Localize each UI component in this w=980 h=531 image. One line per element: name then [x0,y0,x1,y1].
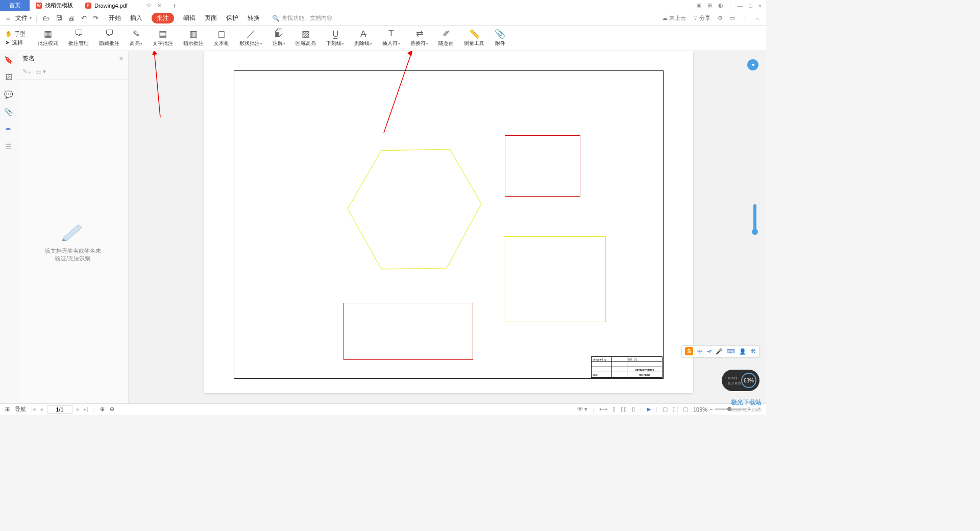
tool-attachment[interactable]: 📎附件 [489,29,510,47]
file-menu[interactable]: 文件▾ [15,14,32,22]
canvas[interactable]: designed byNO. 1/1 company name datefile… [129,51,766,403]
pen-illustration-icon [60,221,86,241]
tool-underline[interactable]: U̲下划线▾ [321,29,349,47]
crop-icon[interactable]: ⬚ [673,406,678,413]
page-input[interactable] [47,405,72,414]
clip-icon[interactable]: 📎 [4,106,13,117]
ime-keyboard-icon[interactable]: ⌨ [727,348,735,355]
tab-page[interactable]: 页面 [205,14,217,22]
user-icon[interactable]: ◐ [718,2,723,9]
window-icon[interactable]: ▭ [730,15,735,21]
redo-icon[interactable]: ↷ [92,14,100,22]
tab-document[interactable]: P Drawing4.pdf ⟲ × [79,0,167,11]
tool-measure[interactable]: 📏测量工具 [459,29,489,47]
bookmark-icon[interactable]: 🔖 [4,54,13,65]
open-icon[interactable]: 🗁 [42,14,51,22]
tab-insert[interactable]: 插入 [130,14,142,22]
tab-edit[interactable]: 编辑 [183,14,195,22]
ime-punct-icon[interactable]: •ꜰ [707,348,712,355]
ime-bar[interactable]: S 中 •ꜰ 🎤 ⌨ 👤 🛠 [681,345,760,357]
full-icon[interactable]: ▢ [683,406,688,413]
signature-icon[interactable]: ✒ [6,124,12,135]
zoom-out-icon[interactable]: − [709,406,713,413]
print-icon[interactable]: 🖨 [67,14,76,22]
save-icon[interactable]: 🖫 [55,14,63,22]
tool-area-highlight[interactable]: ▨区域高亮 [290,29,321,47]
tool-caret[interactable]: T插入符▾ [377,29,405,47]
tool-strikethrough[interactable]: A̶删除线▾ [349,29,377,47]
single-page-icon[interactable]: ▯ [612,406,616,413]
tool-shape-annotate[interactable]: ／形状批注▾ [234,29,267,47]
more-icon[interactable]: ⋮ [742,15,748,21]
first-page-icon[interactable]: |◂ [31,406,36,413]
ribbon: ✋手型 ➤选择 ▦批注模式 🗨批注管理 🗩隐藏批注 ✎高亮▾ ▤文字批注 ▥指示… [0,26,766,51]
tool-annotate-manage[interactable]: 🗨批注管理 [63,29,94,47]
watermark-url: www.xz7.com [730,407,762,413]
tool-label: 文本框 [214,40,229,47]
hand-mode[interactable]: ✋手型 [5,30,26,38]
stack-icon[interactable]: ▢ [663,406,668,413]
floating-assistant-button[interactable]: ✦ [747,59,758,70]
nav-label[interactable]: 导航 [15,405,26,413]
layers-icon[interactable]: ☰ [5,141,12,152]
last-page-icon[interactable]: ▸| [84,406,88,413]
tool-text-annotate[interactable]: ▤文字批注 [148,29,178,47]
panel-toggle-icon[interactable]: ⊞ [5,406,10,413]
share-button[interactable]: ⇪ 分享 [693,14,710,22]
network-widget[interactable]: 0 K/s 0.3 K/s 63% [722,370,760,391]
tab-protect[interactable]: 保护 [226,14,238,22]
undo-icon[interactable]: ↶ [80,14,88,22]
tool-freehand[interactable]: ✐随意画 [433,29,459,47]
tab-pin-icon[interactable]: ⟲ [146,2,151,9]
comment-icon[interactable]: 💬 [4,89,13,100]
play-icon[interactable]: ▶ [647,406,651,413]
page-nav: |◂ ◂ ▸ ▸| [31,405,88,414]
eye-icon[interactable]: 👁 ▾ [577,406,587,413]
tab-close-icon[interactable]: × [158,2,161,9]
annotate-manage-icon: 🗨 [75,29,83,38]
sp-option-icon[interactable]: ⚏ ▾ [36,68,46,75]
grid-icon[interactable]: ⊞ [707,2,712,9]
close-window-icon[interactable]: × [758,3,762,9]
collapse-ribbon-icon[interactable]: ︿ [755,14,761,22]
prev-page-icon[interactable]: ◂ [40,406,43,413]
select-mode[interactable]: ➤选择 [5,39,26,46]
tool-replace[interactable]: ⇄替换符▾ [405,29,433,47]
fit-minus-icon[interactable]: ⊖ [110,406,114,413]
tool-textbox[interactable]: ▢文本框 [209,29,234,47]
watermark-title: 极光下载站 [731,398,762,407]
tool-hide-annotate[interactable]: 🗩隐藏批注 [94,29,125,47]
tab-template[interactable]: W 找稻壳模板 [30,0,79,11]
fit-width-icon[interactable]: ⟷ [599,406,607,413]
minimize-icon[interactable]: — [737,3,743,9]
cloud-status[interactable]: ☁ 未上云 [662,14,686,22]
ime-lang[interactable]: 中 [697,348,703,355]
hamburger-icon[interactable]: ≡ [5,14,11,22]
ime-mic-icon[interactable]: 🎤 [716,348,723,355]
sp-add-icon[interactable]: ✎₊ [22,68,31,75]
maximize-icon[interactable]: □ [749,3,752,9]
file-label: 文件 [15,14,28,22]
image-icon[interactable]: 🖼 [5,71,12,83]
layout-icon[interactable]: ▣ [696,2,701,9]
fit-plus-icon[interactable]: ⊕ [100,406,105,413]
side-panel-close-icon[interactable]: × [119,55,123,62]
gear-icon[interactable]: ⚙ [718,15,723,21]
tab-convert[interactable]: 转换 [248,14,260,22]
tab-home[interactable]: 首页 [0,0,30,11]
divider: | [93,406,95,413]
search-box[interactable]: 🔍 查找功能、文档内容 [272,14,332,22]
tab-add-button[interactable]: + [167,2,182,10]
tab-annotate[interactable]: 批注 [152,13,174,23]
tab-start[interactable]: 开始 [109,14,121,22]
two-page-icon[interactable]: ▯▯ [621,406,627,413]
strikethrough-icon: A̶ [360,29,366,38]
next-page-icon[interactable]: ▸ [77,406,80,413]
tool-pointer-annotate[interactable]: ▥指示批注 [178,29,209,47]
tool-highlight[interactable]: ✎高亮▾ [125,29,148,47]
tool-annotate-mode[interactable]: ▦批注模式 [33,29,63,47]
tool-note[interactable]: 🗐注解▾ [267,29,290,47]
continuous-icon[interactable]: ▯ [632,406,635,413]
ime-tool-icon[interactable]: 🛠 [750,348,756,354]
ime-user-icon[interactable]: 👤 [739,348,746,355]
